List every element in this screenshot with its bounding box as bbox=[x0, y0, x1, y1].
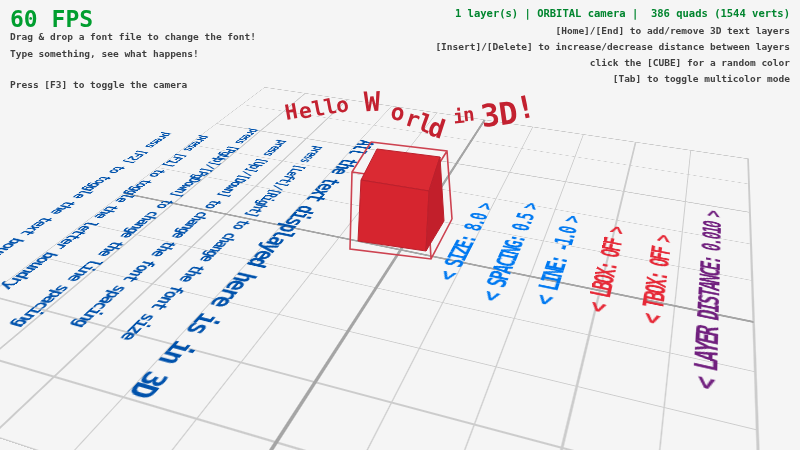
cube-front-face bbox=[358, 180, 429, 251]
raylib-text3d-window: All the text displayed here is in 3D pre… bbox=[0, 0, 800, 450]
cube[interactable] bbox=[0, 0, 800, 450]
3d-viewport[interactable]: All the text displayed here is in 3D pre… bbox=[0, 0, 800, 450]
